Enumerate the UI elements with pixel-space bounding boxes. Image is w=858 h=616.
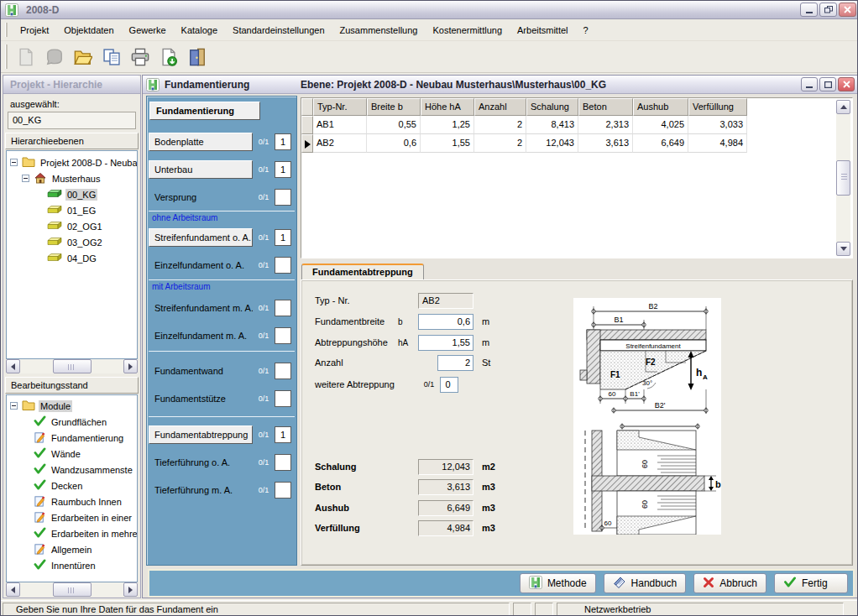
module-item[interactable]: Grundflächen [7,414,137,430]
tree-node-label[interactable]: Projekt 2008-D - Neubau [39,157,137,169]
module-item[interactable]: Innentüren [7,557,137,573]
minimize-button[interactable] [800,3,818,17]
module-item[interactable]: Decken [7,478,137,493]
scroll-right-button[interactable] [123,582,138,597]
streifenfundament-ma-count-input[interactable] [275,300,291,316]
tree-node-label[interactable]: 04_DG [65,253,98,264]
abbruch-button[interactable]: Abbruch [693,573,766,593]
cell-breite[interactable]: 0,6 [367,134,421,153]
restore-button[interactable] [819,3,837,17]
scroll-left-button[interactable] [6,359,20,373]
module-item-label[interactable]: Allgemein [50,544,93,556]
menu-arbeitsmittel[interactable]: Arbeitsmittel [510,23,576,38]
tree-node-floor[interactable]: 00_KG [7,186,137,202]
scroll-thumb[interactable] [836,160,850,196]
export-icon[interactable] [157,45,180,69]
fundamentabtreppung-count-input[interactable] [275,426,291,443]
menu-objektdaten[interactable]: Objektdaten [56,23,121,38]
column-header[interactable]: Anzahl [474,98,526,116]
column-header[interactable]: Breite b [367,98,421,116]
bodenplatte-count-input[interactable] [275,133,291,150]
module-item-label[interactable]: Wandzusammenste [50,464,134,476]
scroll-track[interactable] [20,582,123,597]
cell-aushub[interactable]: 6,649 [633,134,688,153]
scroll-thumb[interactable] [53,582,92,597]
cell-hoehe[interactable]: 1,55 [421,134,474,153]
tree-node-label[interactable]: 03_OG2 [65,237,104,248]
tree-node-label[interactable]: 02_OG1 [65,221,104,232]
unterbau-count-input[interactable] [275,161,291,178]
einzelfundament-ma-count-input[interactable] [275,327,291,344]
toolbar-grip[interactable] [5,44,8,69]
table-vscrollbar[interactable] [836,100,850,256]
cell-typnr[interactable]: AB1 [313,116,367,134]
column-header[interactable]: Aushub [633,98,688,116]
close-button[interactable] [839,3,856,17]
cell-anzahl[interactable]: 2 [474,134,526,153]
module-item[interactable]: Erdarbeiten in einer [7,509,137,525]
cell-beton[interactable]: 3,613 [578,134,633,153]
tieferfuehrung-ma-label[interactable]: Tieferführung m. A. [149,481,253,499]
tree-node-label[interactable]: 00_KG [65,189,97,201]
versprung-label[interactable]: Versprung [149,188,253,206]
collapse-icon[interactable] [22,175,29,182]
menu-help[interactable]: ? [576,23,596,38]
module-item[interactable]: Allgemein [7,541,137,557]
tree-node-label[interactable]: 01_EG [65,205,97,217]
tree-node-building[interactable]: Musterhaus [7,170,137,186]
weitere-abtreppung-input[interactable] [440,377,458,393]
column-header[interactable]: Typ-Nr. [313,98,367,116]
fundamentwand-label[interactable]: Fundamentwand [149,362,253,380]
module-item-label[interactable]: Innentüren [50,560,97,572]
module-item[interactable]: Fundamentierung [7,430,137,446]
streifenfundament-oa-count-input[interactable] [275,229,291,246]
scroll-left-button[interactable] [6,582,20,597]
fundamentbreite-input[interactable] [418,314,473,330]
scroll-thumb[interactable] [53,359,92,373]
tieferfuehrung-ma-count-input[interactable] [275,482,291,499]
cell-verfuellung[interactable]: 4,984 [688,134,747,153]
progress-hscrollbar[interactable] [6,582,138,597]
anzahl-input[interactable] [437,355,473,371]
unterbau-button[interactable]: Unterbau [149,160,253,179]
cell-schalung[interactable]: 12,043 [526,134,578,153]
cell-breite[interactable]: 0,55 [367,116,421,134]
scroll-track[interactable] [20,359,123,373]
menu-zusammenstellung[interactable]: Zusammenstellung [332,23,426,38]
collapse-icon[interactable] [10,402,18,410]
scroll-up-button[interactable] [836,100,850,114]
bodenplatte-button[interactable]: Bodenplatte [149,133,253,151]
exit-icon[interactable] [186,45,209,69]
einzelfundament-oa-label[interactable]: Einzelfundament o. A. [149,256,253,274]
module-item-label[interactable]: Decken [50,480,84,492]
tieferfuehrung-oa-label[interactable]: Tieferführung o. A. [149,453,253,472]
menu-kataloge[interactable]: Kataloge [174,23,225,38]
column-header[interactable]: Beton [578,98,633,116]
table-row-ab2-active[interactable]: AB2 0,6 1,55 2 12,043 3,613 6,649 4,984 [301,134,852,153]
fertig-button[interactable]: Fertig [774,573,848,593]
new-document-icon[interactable] [14,45,38,69]
module-item[interactable]: Raumbuch Innen [7,493,137,509]
dialog-close-button[interactable] [838,77,855,91]
abtreppungshoehe-input[interactable] [418,335,473,351]
fundamentabtreppung-button[interactable]: Fundamentabtreppung [149,425,253,444]
scroll-track[interactable] [836,114,850,242]
tree-node-module-root[interactable]: Module [7,398,137,414]
module-item[interactable]: Erdarbeiten in mehre [7,525,137,541]
cell-typnr[interactable]: AB2 [313,134,367,153]
open-project-icon[interactable] [43,45,66,69]
streifenfundament-ma-label[interactable]: Streifenfundament m. A. [149,299,253,317]
menu-gewerke[interactable]: Gewerke [122,23,174,38]
fundamentwand-count-input[interactable] [275,363,291,379]
cell-verfuellung[interactable]: 3,033 [688,116,747,134]
cell-hoehe[interactable]: 1,25 [421,116,474,134]
tree-node-floor[interactable]: 02_OG1 [7,218,137,234]
handbuch-button[interactable]: Handbuch [604,573,687,593]
methode-button[interactable]: Methode [520,573,596,593]
cell-anzahl[interactable]: 2 [474,116,526,134]
tieferfuehrung-oa-count-input[interactable] [275,454,291,471]
tree-node-floor[interactable]: 03_OG2 [7,234,137,250]
menu-kostenermittlung[interactable]: Kostenermittlung [425,23,510,38]
table-row-ab1[interactable]: AB1 0,55 1,25 2 8,413 2,313 4,025 3,033 [301,116,852,134]
module-item-label[interactable]: Wände [50,448,82,460]
